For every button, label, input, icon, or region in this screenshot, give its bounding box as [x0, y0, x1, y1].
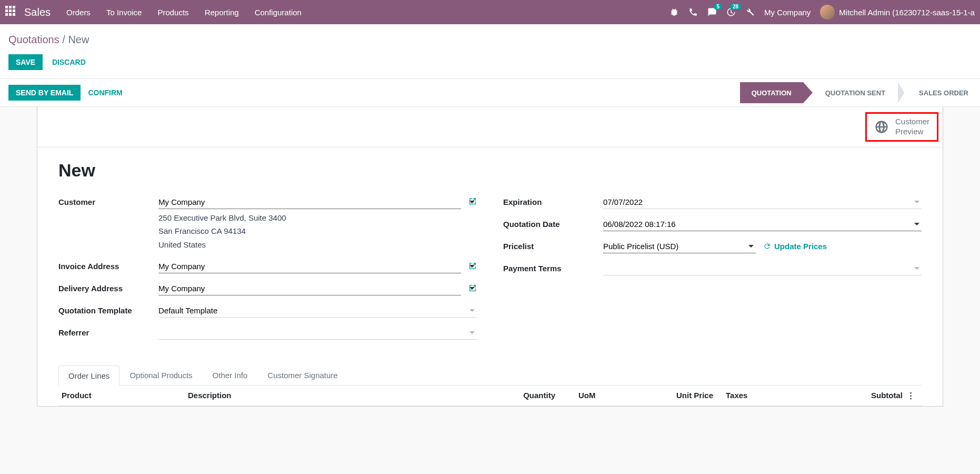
- preview-line2: Preview: [895, 127, 929, 137]
- app-brand[interactable]: Sales: [24, 6, 51, 18]
- th-quantity: Quantity: [492, 391, 555, 400]
- referrer-input[interactable]: [158, 326, 477, 340]
- order-lines-table-head: Product Description Quantity UoM Unit Pr…: [58, 386, 922, 406]
- globe-icon: [874, 120, 889, 134]
- tools-icon[interactable]: [745, 7, 755, 17]
- label-referrer: Referrer: [58, 326, 158, 337]
- delivery-address-input[interactable]: [158, 282, 461, 295]
- status-bar: SEND BY EMAIL CONFIRM QUOTATION QUOTATIO…: [0, 78, 980, 107]
- nav-to-invoice[interactable]: To Invoice: [106, 8, 142, 17]
- breadcrumb-root[interactable]: Quotations: [8, 34, 59, 45]
- tab-customer-signature[interactable]: Customer Signature: [257, 365, 347, 385]
- label-quotation-date: Quotation Date: [503, 218, 603, 229]
- update-prices-link[interactable]: Update Prices: [763, 242, 827, 251]
- external-link-icon[interactable]: [468, 262, 477, 272]
- step-quotation-sent[interactable]: QUOTATION SENT: [814, 82, 897, 103]
- tab-order-lines[interactable]: Order Lines: [58, 366, 119, 386]
- save-button[interactable]: SAVE: [8, 54, 43, 70]
- quotation-template-input[interactable]: [158, 304, 477, 318]
- label-quotation-template: Quotation Template: [58, 304, 158, 315]
- avatar: [820, 5, 835, 19]
- tab-optional-products[interactable]: Optional Products: [119, 365, 202, 385]
- nav-products[interactable]: Products: [157, 8, 188, 17]
- form-right-col: Expiration Quotation Date: [503, 195, 922, 349]
- th-unit-price: Unit Price: [639, 391, 713, 400]
- breadcrumb-current: New: [68, 34, 89, 45]
- th-subtotal: Subtotal: [829, 391, 903, 400]
- apps-icon[interactable]: [5, 6, 18, 18]
- send-email-button[interactable]: SEND BY EMAIL: [8, 85, 81, 101]
- label-expiration: Expiration: [503, 195, 603, 206]
- phone-icon[interactable]: [688, 7, 698, 17]
- step-quotation[interactable]: QUOTATION: [740, 82, 803, 103]
- th-taxes: Taxes: [713, 391, 829, 400]
- page-title: New: [58, 160, 922, 181]
- activities-badge: 28: [730, 3, 741, 10]
- step-sep-icon: [898, 82, 904, 103]
- label-payment-terms: Payment Terms: [503, 262, 603, 273]
- label-delivery-address: Delivery Address: [58, 282, 158, 293]
- payment-terms-input[interactable]: [603, 262, 922, 275]
- breadcrumb: Quotations / New: [8, 34, 972, 46]
- quotation-date-input[interactable]: [603, 218, 922, 231]
- breadcrumb-sep: /: [62, 34, 65, 45]
- bug-icon[interactable]: [669, 7, 679, 17]
- breadcrumb-row: Quotations / New: [0, 24, 980, 51]
- company-selector[interactable]: My Company: [764, 8, 811, 17]
- action-buttons: SAVE DISCARD: [0, 51, 980, 78]
- tab-other-info[interactable]: Other Info: [203, 365, 258, 385]
- form-sheet: Customer Preview New Customer: [37, 107, 943, 407]
- discard-button[interactable]: DISCARD: [45, 54, 93, 70]
- nav-menu: Orders To Invoice Products Reporting Con…: [66, 8, 669, 17]
- nav-orders[interactable]: Orders: [66, 8, 91, 17]
- expiration-input[interactable]: [603, 195, 922, 209]
- th-description: Description: [188, 391, 492, 400]
- nav-configuration[interactable]: Configuration: [255, 8, 302, 17]
- preview-line1: Customer: [895, 117, 929, 127]
- confirm-button[interactable]: CONFIRM: [81, 85, 129, 101]
- messages-badge: 5: [714, 3, 722, 10]
- pricelist-input[interactable]: [603, 240, 756, 253]
- refresh-icon: [763, 242, 771, 250]
- th-product: Product: [62, 391, 188, 400]
- activities-icon[interactable]: 28: [726, 7, 736, 17]
- messages-icon[interactable]: 5: [707, 7, 717, 17]
- nav-right: 5 28 My Company Mitchell Admin (16230712…: [669, 5, 975, 19]
- user-menu[interactable]: Mitchell Admin (16230712-saas-15-1-a: [820, 5, 975, 19]
- invoice-address-input[interactable]: [158, 260, 461, 273]
- external-link-icon[interactable]: [468, 284, 477, 294]
- form-left-col: Customer 250 Executive Park Blvd, Suite …: [58, 195, 477, 349]
- user-name: Mitchell Admin (16230712-saas-15-1-a: [839, 8, 975, 17]
- top-navbar: Sales Orders To Invoice Products Reporti…: [0, 0, 980, 24]
- status-steps: QUOTATION QUOTATION SENT SALES ORDER: [740, 82, 980, 103]
- form-tabs: Order Lines Optional Products Other Info…: [58, 365, 922, 386]
- step-sales-order[interactable]: SALES ORDER: [907, 82, 980, 103]
- customer-address: 250 Executive Park Blvd, Suite 3400 San …: [158, 211, 477, 252]
- nav-reporting[interactable]: Reporting: [205, 8, 239, 17]
- label-pricelist: Pricelist: [503, 240, 603, 251]
- th-uom: UoM: [555, 391, 639, 400]
- table-options-icon[interactable]: ⋮: [903, 391, 918, 400]
- customer-input[interactable]: [158, 195, 461, 209]
- external-link-icon[interactable]: [468, 197, 477, 207]
- customer-preview-button[interactable]: Customer Preview: [865, 112, 938, 142]
- label-customer: Customer: [58, 195, 158, 206]
- label-invoice-address: Invoice Address: [58, 260, 158, 271]
